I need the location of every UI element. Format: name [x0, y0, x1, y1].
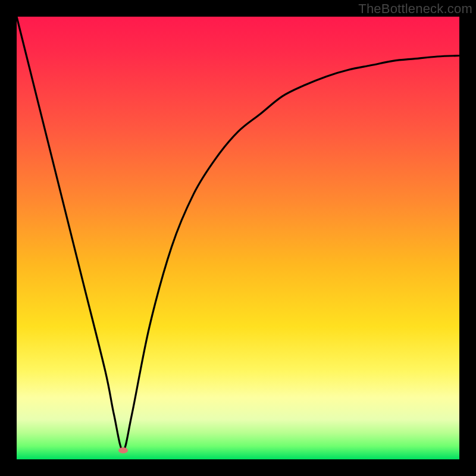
- plot-area: [17, 17, 459, 459]
- minimum-marker: [118, 447, 128, 453]
- chart-frame: TheBottleneck.com: [0, 0, 476, 476]
- bottleneck-curve: [17, 17, 459, 459]
- watermark-text: TheBottleneck.com: [358, 1, 472, 17]
